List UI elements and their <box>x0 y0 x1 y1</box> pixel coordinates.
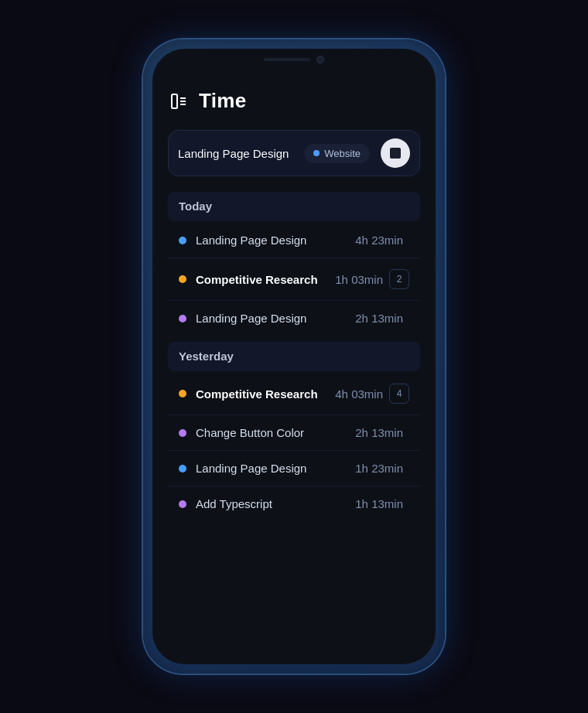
table-row[interactable]: Landing Page Design 4h 23min <box>168 223 420 258</box>
entry-name: Landing Page Design <box>196 234 355 247</box>
entry-time: 2h 13min <box>355 426 403 439</box>
entry-dot <box>179 390 186 397</box>
stop-icon <box>390 148 401 159</box>
entry-badge: 2 <box>389 269 409 289</box>
entry-dot <box>179 465 186 472</box>
entry-time: 2h 13min <box>355 312 403 325</box>
today-entries: Landing Page Design 4h 23min Competitive… <box>168 223 420 336</box>
notch-camera <box>316 56 324 63</box>
yesterday-entries: Competitive Research 4h 03min 4 Change B… <box>168 373 420 521</box>
stop-timer-button[interactable] <box>381 138 410 168</box>
entry-name: Change Button Color <box>196 426 355 439</box>
active-timer-task: Landing Page Design <box>178 147 298 160</box>
page-title: Time <box>199 89 246 113</box>
entry-dot <box>179 237 186 244</box>
svg-rect-0 <box>172 94 177 108</box>
entry-dot <box>179 429 186 437</box>
table-row[interactable]: Change Button Color 2h 13min <box>168 415 420 451</box>
table-row[interactable]: Competitive Research 4h 03min 4 <box>168 373 420 415</box>
sidebar-toggle-button[interactable] <box>168 90 190 112</box>
entry-name: Competitive Research <box>196 273 335 286</box>
entry-dot <box>179 275 186 283</box>
screen-content: Time Landing Page Design Website Today <box>152 49 436 664</box>
entry-name: Landing Page Design <box>196 312 355 325</box>
section-title-today: Today <box>179 200 212 213</box>
entry-name: Add Typescript <box>196 497 355 510</box>
active-timer-tag: Website <box>304 144 370 163</box>
section-header-today: Today <box>168 192 420 221</box>
timer-tag-dot <box>313 150 320 156</box>
table-row[interactable]: Landing Page Design 2h 13min <box>168 301 420 336</box>
active-timer-bar[interactable]: Landing Page Design Website <box>168 130 420 176</box>
table-row[interactable]: Competitive Research 1h 03min 2 <box>168 258 420 301</box>
table-row[interactable]: Landing Page Design 1h 23min <box>168 451 420 486</box>
entry-dot <box>179 315 186 322</box>
app-header: Time <box>168 83 420 113</box>
entry-time: 4h 03min <box>335 387 383 401</box>
entry-name: Competitive Research <box>196 387 335 401</box>
entry-time: 1h 13min <box>355 497 403 510</box>
entry-dot <box>179 500 186 508</box>
phone-screen: Time Landing Page Design Website Today <box>152 49 436 664</box>
table-row[interactable]: Add Typescript 1h 13min <box>168 486 420 521</box>
phone-frame: Time Landing Page Design Website Today <box>143 39 445 674</box>
entry-time: 4h 23min <box>355 234 403 247</box>
notch-bar <box>264 58 310 61</box>
entry-time: 1h 23min <box>355 462 403 475</box>
notch <box>244 49 344 70</box>
entry-time: 1h 03min <box>335 273 383 286</box>
section-header-yesterday: Yesterday <box>168 342 420 371</box>
entry-badge: 4 <box>389 384 409 404</box>
section-title-yesterday: Yesterday <box>179 350 234 363</box>
timer-tag-label: Website <box>324 148 361 159</box>
entry-name: Landing Page Design <box>196 462 355 475</box>
